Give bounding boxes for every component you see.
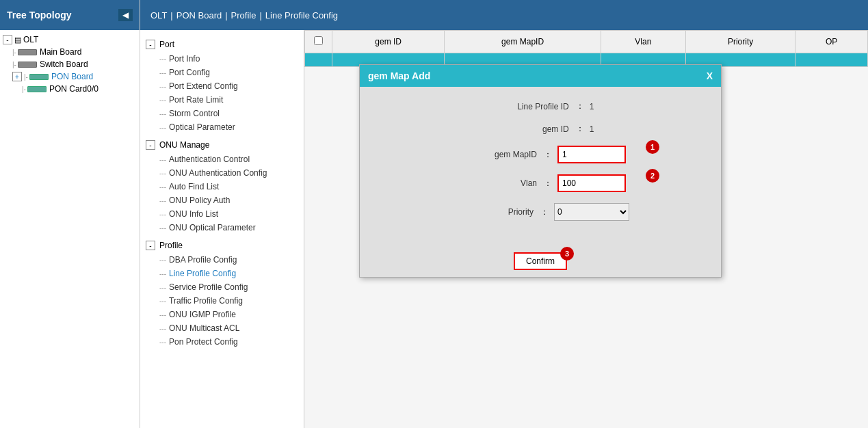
gem-map-id-label: gem MapID <box>455 150 537 159</box>
breadcrumb: OLT | PON Board | Profile | Line Profile… <box>140 0 868 30</box>
breadcrumb-sep-1: | <box>170 10 172 21</box>
placeholder-cell-6 <box>795 53 868 67</box>
tree-label-pon-card: PON Card0/0 <box>49 84 98 94</box>
gem-id-value: 1 <box>590 124 594 134</box>
nav-item-storm-control[interactable]: --- Storm Control <box>140 107 304 120</box>
colon-1: ： <box>576 101 584 112</box>
modal-footer: Confirm 3 <box>360 245 721 277</box>
line-profile-id-label: Line Profile ID <box>487 102 569 111</box>
form-row-line-profile-id: Line Profile ID ： 1 <box>380 101 700 112</box>
nav-item-port-info[interactable]: --- Port Info <box>140 52 304 66</box>
connector-pon-card: |- <box>22 85 26 93</box>
breadcrumb-profile: Profile <box>231 10 257 21</box>
connector-switch-board: |- <box>12 61 16 68</box>
nav-item-pon-protect-config[interactable]: --- Pon Protect Config <box>140 335 304 349</box>
nav-item-port-config[interactable]: --- Port Config <box>140 66 304 79</box>
form-row-gem-map-id: gem MapID ： 1 <box>380 146 700 163</box>
modal-body: Line Profile ID ： 1 gem ID ： 1 <box>360 87 721 245</box>
nav-item-optical-parameter[interactable]: --- Optical Parameter <box>140 120 304 134</box>
step-badge-1: 1 <box>646 140 659 154</box>
tree-node-pon-board[interactable]: + |- PON Board <box>0 70 140 83</box>
tree-node-main-board[interactable]: |- Main Board <box>0 46 140 58</box>
nav-item-traffic-profile-config[interactable]: --- Traffic Profile Config <box>140 294 304 308</box>
nav-section-port: - Port --- Port Info --- Port Config ---… <box>140 37 304 134</box>
breadcrumb-olt: OLT <box>150 10 167 21</box>
breadcrumb-sep-3: | <box>259 10 261 21</box>
nav-section-header-port[interactable]: - Port <box>140 37 304 52</box>
connector-main-board: |- <box>12 49 16 56</box>
nav-item-port-extend-config[interactable]: --- Port Extend Config <box>140 79 304 93</box>
nav-item-service-profile-config[interactable]: --- Service Profile Config <box>140 280 304 294</box>
data-table-container: gem ID gem MapID Vlan Priority OP <box>304 30 868 67</box>
confirm-button[interactable]: Confirm <box>514 252 567 270</box>
nav-item-onu-policy-auth[interactable]: --- ONU Policy Auth <box>140 193 304 207</box>
nav-item-onu-auth-config[interactable]: --- ONU Authentication Config <box>140 166 304 180</box>
modal-title: gem Map Add <box>368 70 430 81</box>
sidebar-collapse-button[interactable]: ◀ <box>118 9 133 21</box>
breadcrumb-line-profile-config: Line Profile Config <box>265 10 338 21</box>
step-badge-2: 2 <box>646 169 659 183</box>
nav-section-title-port: Port <box>159 40 174 49</box>
nav-item-authentication-control[interactable]: --- Authentication Control <box>140 152 304 166</box>
table-header-gem-id: gem ID <box>332 31 445 53</box>
nav-section-header-onu-manage[interactable]: - ONU Manage <box>140 137 304 152</box>
gem-id-label: gem ID <box>487 124 569 134</box>
colon-2: ： <box>576 123 584 135</box>
switch-board-icon <box>18 62 37 68</box>
nav-item-line-profile-config[interactable]: --- Line Profile Config <box>140 267 304 280</box>
table-header-op: OP <box>795 31 868 53</box>
nav-section-profile: - Profile --- DBA Profile Config --- Lin… <box>140 238 304 349</box>
sidebar-tree: - ▤ OLT |- Main Board |- Switch Board + … <box>0 30 140 428</box>
nav-item-onu-info-list[interactable]: --- ONU Info List <box>140 207 304 221</box>
placeholder-cell-1 <box>305 53 332 67</box>
nav-section-header-profile[interactable]: - Profile <box>140 238 304 253</box>
expand-icon-profile[interactable]: - <box>146 241 155 250</box>
breadcrumb-sep-2: | <box>225 10 227 21</box>
breadcrumb-pon-board: PON Board <box>176 10 222 21</box>
tree-label-olt: OLT <box>23 35 38 44</box>
table-header-checkbox <box>305 31 332 53</box>
nav-section-onu-manage: - ONU Manage --- Authentication Control … <box>140 137 304 235</box>
modal-overlay: gem Map Add X Line Profile ID ： 1 <box>359 64 722 278</box>
expand-icon-port[interactable]: - <box>146 40 155 49</box>
nav-section-title-onu-manage: ONU Manage <box>159 140 209 150</box>
modal-close-button[interactable]: X <box>707 70 713 81</box>
nav-item-onu-optical-parameter[interactable]: --- ONU Optical Parameter <box>140 221 304 235</box>
form-row-gem-id: gem ID ： 1 <box>380 123 700 135</box>
colon-5: ： <box>540 206 549 218</box>
tree-label-switch-board: Switch Board <box>40 59 88 69</box>
nav-item-onu-igmp-profile[interactable]: --- ONU IGMP Profile <box>140 308 304 321</box>
nav-item-onu-multicast-acl[interactable]: --- ONU Multicast ACL <box>140 321 304 335</box>
expand-icon-onu-manage[interactable]: - <box>146 140 155 150</box>
select-all-checkbox[interactable] <box>314 36 323 45</box>
sidebar-title: Tree Topology <box>7 10 72 21</box>
expand-icon-pon-board[interactable]: + <box>12 72 22 81</box>
table-header-priority: Priority <box>685 31 795 53</box>
nav-item-auto-find-list[interactable]: --- Auto Find List <box>140 180 304 193</box>
expand-icon-olt[interactable]: - <box>3 35 12 44</box>
form-row-vlan: Vlan ： 2 <box>380 174 700 192</box>
main-board-icon <box>18 49 37 55</box>
connector-pon-board: |- <box>24 73 28 81</box>
vlan-label: Vlan <box>455 178 537 188</box>
priority-select[interactable]: 0 1 2 3 4 5 6 7 <box>554 203 629 221</box>
olt-icon: ▤ <box>14 36 21 44</box>
nav-item-port-rate-limit[interactable]: --- Port Rate Limit <box>140 93 304 107</box>
modal-header: gem Map Add X <box>360 65 721 87</box>
gem-map-add-modal: gem Map Add X Line Profile ID ： 1 <box>359 64 722 278</box>
tree-node-switch-board[interactable]: |- Switch Board <box>0 58 140 70</box>
colon-4: ： <box>544 178 552 189</box>
vlan-input[interactable] <box>557 174 626 192</box>
line-profile-id-value: 1 <box>590 102 594 111</box>
left-nav: - Port --- Port Info --- Port Config ---… <box>140 30 304 428</box>
table-header-vlan: Vlan <box>601 31 685 53</box>
colon-3: ： <box>544 149 552 161</box>
nav-item-dba-profile-config[interactable]: --- DBA Profile Config <box>140 253 304 267</box>
gem-map-id-input[interactable] <box>557 146 626 163</box>
tree-node-pon-card[interactable]: |- PON Card0/0 <box>0 83 140 95</box>
nav-section-title-profile: Profile <box>159 241 183 250</box>
pon-board-icon <box>29 74 49 80</box>
right-panel: gem ID gem MapID Vlan Priority OP <box>304 30 868 428</box>
tree-node-olt[interactable]: - ▤ OLT <box>0 34 140 46</box>
table-header-gem-map-id: gem MapID <box>445 31 601 53</box>
